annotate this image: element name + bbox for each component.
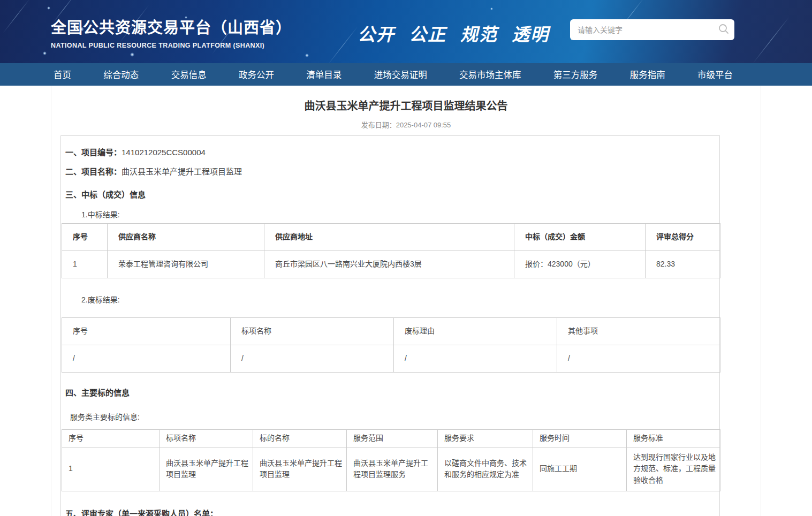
nav-item-home[interactable]: 首页: [54, 68, 71, 81]
nav-item-gov-open[interactable]: 政务公开: [239, 68, 274, 81]
col-service-time: 服务时间: [533, 430, 627, 447]
nav-item-dynamics[interactable]: 综合动态: [103, 68, 139, 81]
star-dot-icon: [47, 6, 50, 10]
col-supplier-address: 供应商地址: [264, 224, 514, 251]
project-no-label: 一、项目编号：: [65, 148, 122, 157]
section-project-name: 二、项目名称：曲沃县玉米单产提升工程项目监理: [65, 166, 719, 178]
announcement-title: 曲沃县玉米单产提升工程项目监理结果公告: [60, 97, 752, 113]
star-dot-icon: [130, 52, 134, 57]
slogan-word: 公正: [409, 20, 446, 46]
announcement-detail-box: 一、项目编号：1410212025CCS00004 二、项目名称：曲沃县玉米单产…: [60, 135, 720, 516]
nav-item-third-party[interactable]: 第三方服务: [553, 68, 598, 81]
platform-title: 全国公共资源交易平台（山西省）: [51, 15, 292, 37]
announcement-card: 曲沃县玉米单产提升工程项目监理结果公告 发布日期：2025-04-07 09:5…: [51, 86, 761, 516]
project-name-value: 曲沃县玉米单产提升工程项目监理: [122, 167, 242, 176]
rejected-bid-table: 序号 标项名称 废标理由 其他事项 / / / /: [62, 317, 720, 373]
cell-service-standard: 达到现行国家行业以及地方规范、标准，工程质量验收合格: [627, 447, 720, 491]
cell-seq: 1: [62, 447, 160, 491]
table-row: / / / /: [62, 345, 720, 373]
nav-item-trade-info[interactable]: 交易信息: [171, 68, 207, 81]
main-subject-table: 序号 标项名称 标的名称 服务范围 服务要求 服务时间 服务标准 1 曲沃县玉米…: [62, 429, 720, 491]
project-name-label: 二、项目名称：: [65, 167, 122, 176]
search-button[interactable]: [713, 19, 734, 40]
col-subject-name: 标的名称: [253, 430, 347, 447]
site-header: 全国公共资源交易平台（山西省） NATIONAL PUBLIC RESOURCE…: [0, 0, 812, 63]
col-service-standard: 服务标准: [627, 430, 720, 447]
cell-seq: /: [62, 345, 231, 373]
cell-seq: 1: [62, 251, 108, 278]
cell-service-scope: 曲沃县玉米单产提升工程项目监理服务: [347, 447, 438, 491]
nav-item-entry-proof[interactable]: 进场交易证明: [374, 68, 427, 81]
col-seq: 序号: [62, 430, 160, 447]
col-seq: 序号: [62, 224, 108, 251]
col-seq: 序号: [62, 318, 231, 345]
section-subject-heading: 四、主要标的信息: [65, 387, 719, 399]
star-dot-icon: [305, 54, 309, 57]
col-lot-name: 标项名称: [160, 430, 253, 447]
nav-item-market-subjects[interactable]: 交易市场主体库: [459, 68, 521, 81]
slogan: 公开 公正 规范 透明: [358, 20, 549, 46]
page-content: 曲沃县玉米单产提升工程项目监理结果公告 发布日期：2025-04-07 09:5…: [0, 86, 812, 516]
col-supplier-name: 供应商名称: [108, 224, 264, 251]
project-no-value: 1410212025CCS00004: [122, 148, 206, 157]
col-review-score: 评审总得分: [646, 224, 720, 251]
nav-item-list-catalog[interactable]: 清单目录: [306, 68, 342, 81]
magnifier-icon: [718, 23, 730, 36]
col-reject-reason: 废标理由: [394, 318, 557, 345]
nav-item-service-guide[interactable]: 服务指南: [630, 68, 665, 81]
slogan-word: 规范: [460, 20, 498, 46]
platform-brand: 全国公共资源交易平台（山西省） NATIONAL PUBLIC RESOURCE…: [51, 15, 292, 49]
table-header-row: 序号 标项名称 标的名称 服务范围 服务要求 服务时间 服务标准: [62, 430, 720, 447]
cell-lot-name: /: [231, 345, 394, 373]
col-other-matters: 其他事项: [557, 318, 720, 345]
cell-lot-name: 曲沃县玉米单产提升工程项目监理: [160, 447, 253, 491]
cell-supplier-address: 商丘市梁园区八一路南兴业大厦院内西楼3层: [264, 251, 514, 278]
streak-line: [328, 26, 358, 63]
col-service-require: 服务要求: [438, 430, 533, 447]
subject-service-sublabel: 服务类主要标的信息:: [70, 411, 719, 422]
col-lot-name: 标项名称: [231, 318, 394, 345]
cell-reject-reason: /: [394, 345, 557, 373]
slogan-word: 公开: [358, 20, 395, 46]
search-box: [570, 19, 734, 40]
table-header-row: 序号 标项名称 废标理由 其他事项: [62, 318, 720, 345]
cell-service-require: 以磋商文件中商务、技术和服务的相应规定为准: [438, 447, 533, 491]
award-result-sublabel: 1.中标结果:: [81, 209, 719, 219]
award-result-table: 序号 供应商名称 供应商地址 中标（成交）金额 评审总得分 1 荣泰工程管理咨询…: [62, 223, 720, 278]
cell-service-time: 同施工工期: [533, 447, 627, 491]
search-input[interactable]: [570, 26, 713, 34]
nav-item-city-platform[interactable]: 市级平台: [697, 68, 733, 81]
cell-other-matters: /: [557, 345, 720, 373]
table-row: 1 曲沃县玉米单产提升工程项目监理 曲沃县玉米单产提升工程项目监理 曲沃县玉米单…: [62, 447, 720, 491]
cell-supplier-name: 荣泰工程管理咨询有限公司: [108, 251, 264, 278]
star-dot-icon: [490, 7, 493, 10]
star-dot-icon: [43, 51, 47, 55]
publish-date: 发布日期：2025-04-07 09:55: [60, 119, 752, 130]
streak-line: [753, 17, 790, 63]
cell-subject-name: 曲沃县玉米单产提升工程项目监理: [253, 447, 347, 491]
main-nav: 首页 综合动态 交易信息 政务公开 清单目录 进场交易证明 交易市场主体库 第三…: [0, 63, 812, 86]
platform-subtitle: NATIONAL PUBLIC RESOURCE TRADING PLATFOR…: [51, 42, 292, 49]
table-row: 1 荣泰工程管理咨询有限公司 商丘市梁园区八一路南兴业大厦院内西楼3层 报价：4…: [62, 251, 720, 278]
rejected-result-sublabel: 2.废标结果:: [81, 294, 719, 305]
slogan-word: 透明: [512, 20, 549, 46]
section-experts-heading: 五、评审专家（单一来源采购人员）名单：: [65, 508, 719, 516]
cell-review-score: 82.33: [646, 251, 720, 278]
section-project-no: 一、项目编号：1410212025CCS00004: [65, 147, 719, 158]
col-award-amount: 中标（成交）金额: [514, 224, 646, 251]
cell-award-amount: 报价：423000（元）: [514, 251, 646, 278]
section-award-heading: 三、中标（成交）信息: [65, 189, 719, 201]
streak-line: [3, 0, 29, 33]
col-service-scope: 服务范围: [347, 430, 438, 447]
table-header-row: 序号 供应商名称 供应商地址 中标（成交）金额 评审总得分: [62, 224, 720, 251]
